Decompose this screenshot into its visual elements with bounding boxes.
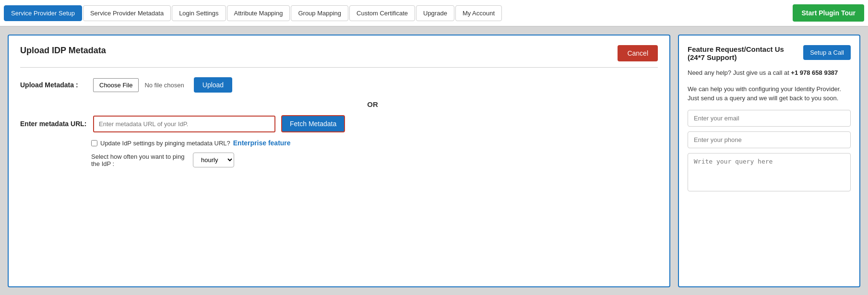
metadata-url-label: Enter metadata URL: bbox=[20, 120, 87, 128]
fetch-metadata-button[interactable]: Fetch Metadata bbox=[281, 115, 345, 132]
query-textarea[interactable] bbox=[688, 153, 851, 191]
phone-number: +1 978 658 9387 bbox=[791, 69, 838, 76]
tab-login-settings[interactable]: Login Settings bbox=[172, 5, 226, 21]
right-panel: Feature Request/Contact Us (24*7 Support… bbox=[678, 35, 860, 287]
tab-attribute-mapping[interactable]: Attribute Mapping bbox=[227, 5, 290, 21]
email-input[interactable] bbox=[688, 110, 851, 127]
enterprise-feature-link[interactable]: Enterprise feature bbox=[233, 139, 291, 147]
tab-my-account[interactable]: My Account bbox=[455, 5, 502, 21]
no-file-text: No file chosen bbox=[144, 82, 184, 89]
right-panel-desc: We can help you with configuring your Id… bbox=[688, 84, 851, 103]
panel-divider bbox=[20, 67, 658, 68]
tab-service-provider-metadata[interactable]: Service Provider Metadata bbox=[83, 5, 171, 21]
tab-upgrade[interactable]: Upgrade bbox=[416, 5, 454, 21]
update-idp-row: Update IdP settings by pinging metadata … bbox=[91, 139, 658, 147]
tab-group-mapping[interactable]: Group Mapping bbox=[291, 5, 348, 21]
start-plugin-tour-button[interactable]: Start Plugin Tour bbox=[793, 4, 864, 22]
metadata-url-input[interactable] bbox=[93, 116, 275, 132]
right-panel-header: Feature Request/Contact Us (24*7 Support… bbox=[688, 45, 851, 61]
metadata-url-row: Enter metadata URL: Fetch Metadata bbox=[20, 115, 658, 132]
tab-custom-certificate[interactable]: Custom Certificate bbox=[349, 5, 415, 21]
update-idp-checkbox[interactable] bbox=[91, 140, 97, 146]
ping-frequency-select[interactable]: hourly daily weekly bbox=[193, 153, 234, 167]
phone-input[interactable] bbox=[688, 131, 851, 148]
choose-file-button[interactable]: Choose File bbox=[93, 78, 139, 92]
ping-label: Select how often you want to ping the Id… bbox=[91, 153, 187, 167]
main-area: Upload IDP Metadata Cancel Upload Metada… bbox=[0, 27, 868, 295]
ping-row: Select how often you want to ping the Id… bbox=[91, 153, 658, 167]
tab-service-provider-setup[interactable]: Service Provider Setup bbox=[4, 5, 82, 21]
help-text-before: Need any help? Just give us a call at bbox=[688, 69, 791, 76]
right-panel-title: Feature Request/Contact Us (24*7 Support… bbox=[688, 45, 797, 61]
setup-call-button[interactable]: Setup a Call bbox=[803, 45, 851, 60]
cancel-button[interactable]: Cancel bbox=[618, 45, 658, 61]
update-idp-label: Update IdP settings by pinging metadata … bbox=[100, 140, 230, 147]
upload-metadata-label: Upload Metadata : bbox=[20, 81, 87, 89]
right-panel-help: Need any help? Just give us a call at +1… bbox=[688, 68, 851, 78]
upload-button[interactable]: Upload bbox=[194, 77, 232, 93]
left-panel: Upload IDP Metadata Cancel Upload Metada… bbox=[8, 35, 670, 287]
nav-bar: Service Provider Setup Service Provider … bbox=[0, 0, 868, 27]
or-divider: OR bbox=[87, 100, 658, 108]
panel-title: Upload IDP Metadata bbox=[20, 46, 106, 56]
upload-metadata-row: Upload Metadata : Choose File No file ch… bbox=[20, 77, 658, 93]
